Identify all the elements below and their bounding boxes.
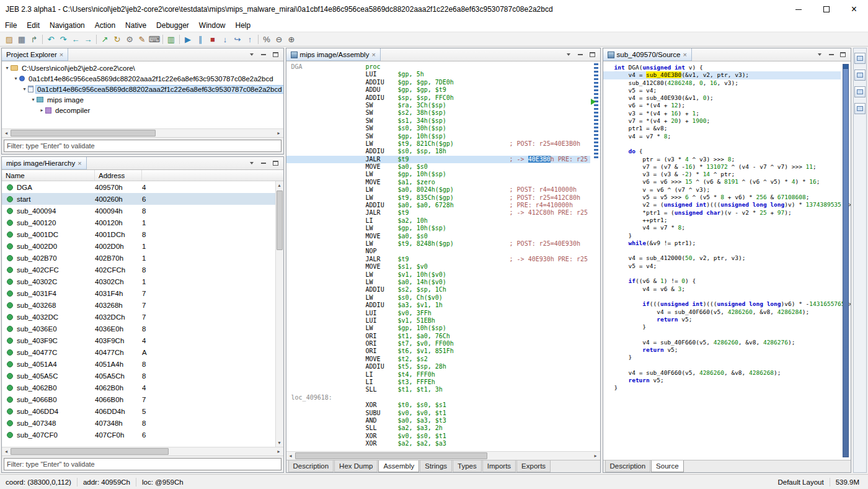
source-line[interactable]: v2 = (unsigned int)(((unsigned long long… [603, 201, 841, 209]
scroll-right-icon[interactable]: ▸ [275, 447, 283, 455]
source-line[interactable] [603, 331, 841, 338]
minimize-view-icon[interactable] [827, 51, 835, 59]
source-line[interactable]: v4 = sub_40F660(v5, 4286260, &v8, 428627… [603, 339, 841, 346]
source-line[interactable]: v4 = sub_40F660(v5, 4286260, &v8, 428626… [603, 369, 841, 377]
zoom-in-icon[interactable]: ⊕ [285, 34, 298, 45]
maximize-button[interactable] [812, 0, 840, 19]
asm-line[interactable]: LW$a0, 8024h($gp); POST: r4=410000h [286, 186, 590, 194]
chevron-down-icon[interactable]: ▾ [4, 65, 11, 71]
asm-line[interactable]: ADDIU$s2, $sp, 1Ch [286, 286, 590, 294]
maximize-view-icon[interactable] [272, 51, 280, 59]
assembly-tab-hex-dump[interactable]: Hex Dump [334, 460, 378, 472]
source-line[interactable]: v3 = (v3 & -2) * 14 ^ ptr; [603, 171, 841, 178]
open-project-icon[interactable]: ▨ [3, 34, 16, 45]
scrollbar-thumb[interactable] [295, 452, 488, 459]
step-over-icon[interactable]: ↪ [231, 34, 244, 45]
view-menu-icon[interactable] [815, 51, 823, 59]
minimize-view-icon[interactable] [260, 159, 268, 168]
asm-line[interactable]: LUI$gp, 5h [286, 71, 590, 78]
source-line[interactable]: v4 = sub_40E3B0(&v1, v2, ptr, v3); [603, 71, 841, 79]
source-line[interactable]: v6 = *(v4 + 12); [603, 102, 841, 109]
edit-icon[interactable]: ✎ [136, 34, 148, 45]
asm-line[interactable]: LI$t3, FFFEh [286, 379, 590, 386]
source-line[interactable] [603, 362, 841, 369]
close-button[interactable]: × [840, 0, 868, 19]
source-line[interactable]: if(((unsigned int)(((unsigned long long)… [603, 300, 841, 308]
source-line[interactable]: v6 = v6 >>> 15 ^ (v6 & 8191 ^ (v6 ^ v5) … [603, 178, 841, 186]
asm-line[interactable]: ORI$t7, $v0, FF00h [286, 340, 590, 348]
horizontal-scrollbar[interactable]: ◂ ▸ [286, 451, 600, 460]
asm-line[interactable]: LUI$v1, 51EBh [286, 317, 590, 325]
column-header-name[interactable]: Name [2, 170, 95, 181]
source-line[interactable]: v4 = v7 * 8; [603, 133, 841, 140]
tree-item[interactable]: ▾mips image [2, 94, 283, 105]
table-row[interactable]: DGA409570h4 [2, 181, 283, 193]
project-filter-input[interactable] [4, 140, 281, 152]
tree-item[interactable]: ▾C:\Users\nicol\jeb2\jeb2-core2\core\ [2, 63, 283, 73]
asm-line[interactable]: LW$s0, Ch($v0) [286, 294, 590, 302]
asm-line[interactable]: JALR$t9; -> 40E3B0h PRE: r25 [286, 156, 590, 163]
source-line[interactable]: ++ptr1; [603, 217, 841, 224]
asm-line[interactable]: ORI$t6, $v1, 851Fh [286, 348, 590, 355]
overview-ruler[interactable] [843, 64, 849, 457]
asm-line[interactable]: MOVE$s1, $v0 [286, 263, 590, 271]
table-row[interactable]: sub_402CFC402CFCh8 [2, 264, 283, 276]
scrollbar-thumb[interactable] [11, 130, 156, 137]
hierarchy-filter-input[interactable] [4, 458, 281, 470]
asm-line[interactable]: JALR$t9; -> 412C80h PRE: r25 [286, 209, 590, 217]
save-icon[interactable]: ▦ [16, 34, 28, 45]
asm-line[interactable]: SW$gp, 10h($sp) [286, 133, 590, 140]
assembly-tab-imports[interactable]: Imports [482, 460, 516, 472]
asm-line[interactable]: SW$s2, 38h($sp) [286, 109, 590, 117]
source-line[interactable]: do { [603, 148, 841, 155]
minimized-view-icon-3[interactable] [854, 86, 866, 97]
refresh-icon[interactable]: ↻ [111, 34, 123, 45]
table-row[interactable]: sub_4066B04066B0h7 [2, 393, 283, 405]
close-tab-icon[interactable]: × [371, 51, 375, 58]
scroll-left-icon[interactable]: ◂ [2, 447, 10, 455]
table-row[interactable]: sub_40477C40477ChA [2, 346, 283, 358]
export-icon[interactable]: ↱ [28, 34, 40, 45]
horizontal-scrollbar[interactable]: ◂ ▸ [2, 128, 283, 137]
menu-edit[interactable]: Edit [22, 21, 45, 30]
asm-line[interactable]: AND$a0, $a3, $t3 [286, 417, 590, 424]
asm-line[interactable]: XOR$t0, $s0, $s1 [286, 402, 590, 409]
source-line[interactable]: v5 = v4; [603, 87, 841, 94]
asm-line[interactable]: SLL$t1, $t1, 3h [286, 386, 590, 393]
source-line[interactable] [603, 270, 841, 277]
table-row[interactable]: sub_403268403268h7 [2, 299, 283, 311]
tree-item[interactable]: ▸decompiler [2, 105, 283, 115]
source-line[interactable]: v4 = sub_40F660(v5, 4286260, &v8, 428628… [603, 308, 841, 316]
maximize-view-icon[interactable] [588, 51, 596, 59]
close-tab-icon[interactable]: × [78, 159, 81, 167]
source-line[interactable]: while(&v9 != ptr1); [603, 240, 841, 247]
scroll-left-icon[interactable]: ◂ [287, 452, 294, 460]
keyboard-icon[interactable]: ⌨ [148, 34, 161, 45]
view-menu-icon[interactable] [248, 51, 256, 59]
step-out-icon[interactable]: ↑ [244, 34, 256, 45]
menu-file[interactable]: File [0, 21, 22, 30]
table-row[interactable]: sub_4031F44031F4h7 [2, 287, 283, 299]
asm-line[interactable]: DGAproc [286, 63, 590, 71]
source-line[interactable] [603, 293, 841, 300]
minimized-view-icon-1[interactable] [854, 53, 866, 64]
menu-native[interactable]: Native [120, 21, 151, 30]
table-row[interactable]: sub_4002D04002D0h1 [2, 240, 283, 252]
scrollbar-track[interactable] [11, 447, 275, 455]
asm-line[interactable]: ADDIU$a0, $a0, 6728h; PRE: r4=410000h [286, 202, 590, 209]
minimize-view-icon[interactable] [577, 51, 585, 59]
table-row[interactable]: sub_406DD4406DD4h5 [2, 405, 283, 417]
close-tab-icon[interactable]: × [683, 51, 687, 58]
status-layout[interactable]: Default Layout [772, 478, 829, 486]
minimized-view-icon-2[interactable] [854, 70, 866, 81]
percent-icon[interactable]: % [260, 34, 273, 45]
scrollbar-track[interactable] [276, 189, 283, 439]
menu-debugger[interactable]: Debugger [151, 21, 194, 30]
source-line[interactable]: } [603, 354, 841, 361]
asm-line[interactable]: SUBU$v0, $v0, $t1 [286, 410, 590, 417]
assembly-tab-types[interactable]: Types [453, 460, 482, 472]
asm-line[interactable]: LW$t9, 835Ch($gp); POST: r25=412C80h [286, 194, 590, 202]
source-line[interactable]: sub_412C80(4286248, 0, 16, v3); [603, 79, 841, 87]
asm-line[interactable]: XOR$v0, $s0, $t1 [286, 433, 590, 440]
source-line[interactable]: v4 = v7 * 8; [603, 224, 841, 231]
